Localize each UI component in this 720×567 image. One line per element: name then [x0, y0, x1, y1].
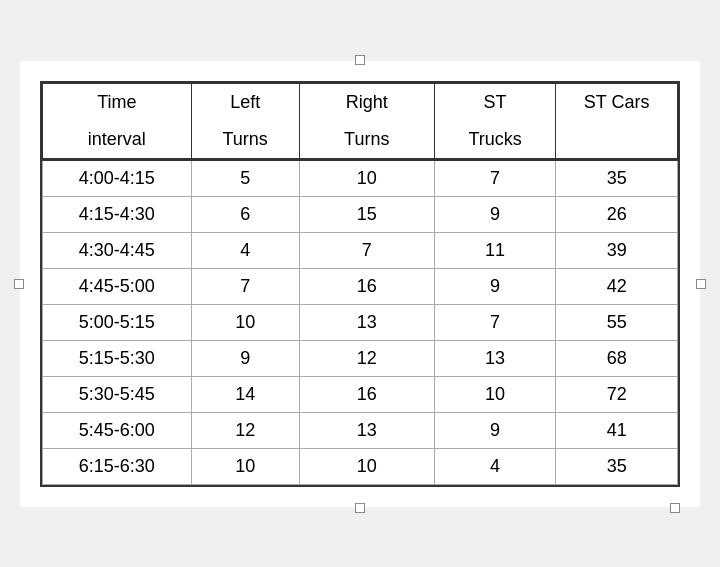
- resize-handle-left[interactable]: [14, 279, 24, 289]
- header-st-cars-1: ST Cars: [556, 83, 678, 121]
- cell-st-cars: 41: [556, 412, 678, 448]
- cell-st-trucks: 9: [434, 268, 556, 304]
- cell-st-trucks: 13: [434, 340, 556, 376]
- table-row: 5:00-5:151013755: [43, 304, 678, 340]
- cell-right: 12: [299, 340, 434, 376]
- cell-st-cars: 35: [556, 448, 678, 484]
- header-time-1: Time: [43, 83, 192, 121]
- cell-left: 10: [191, 304, 299, 340]
- resize-handle-top[interactable]: [355, 55, 365, 65]
- cell-time: 4:15-4:30: [43, 196, 192, 232]
- cell-left: 5: [191, 159, 299, 196]
- page-wrapper: Time Left Right ST ST Cars interval Turn…: [20, 61, 700, 507]
- cell-st-cars: 72: [556, 376, 678, 412]
- cell-right: 10: [299, 159, 434, 196]
- header-left-1: Left: [191, 83, 299, 121]
- cell-st-trucks: 10: [434, 376, 556, 412]
- cell-right: 10: [299, 448, 434, 484]
- cell-right: 13: [299, 412, 434, 448]
- cell-st-trucks: 9: [434, 196, 556, 232]
- cell-right: 16: [299, 268, 434, 304]
- cell-st-trucks: 9: [434, 412, 556, 448]
- cell-time: 5:30-5:45: [43, 376, 192, 412]
- cell-time: 4:00-4:15: [43, 159, 192, 196]
- cell-st-cars: 55: [556, 304, 678, 340]
- table-body: 4:00-4:155107354:15-4:306159264:30-4:454…: [43, 159, 678, 484]
- table-row: 4:30-4:45471139: [43, 232, 678, 268]
- header-row-1: Time Left Right ST ST Cars: [43, 83, 678, 121]
- cell-right: 15: [299, 196, 434, 232]
- table-row: 4:45-5:00716942: [43, 268, 678, 304]
- table-row: 5:45-6:001213941: [43, 412, 678, 448]
- cell-time: 4:45-5:00: [43, 268, 192, 304]
- header-st-cars-2: [556, 121, 678, 160]
- cell-time: 4:30-4:45: [43, 232, 192, 268]
- cell-time: 6:15-6:30: [43, 448, 192, 484]
- cell-st-trucks: 4: [434, 448, 556, 484]
- header-st-trucks-1: ST: [434, 83, 556, 121]
- cell-st-cars: 39: [556, 232, 678, 268]
- resize-handle-bottom-right[interactable]: [670, 503, 680, 513]
- cell-left: 6: [191, 196, 299, 232]
- cell-st-trucks: 7: [434, 159, 556, 196]
- cell-st-cars: 26: [556, 196, 678, 232]
- cell-left: 4: [191, 232, 299, 268]
- cell-time: 5:15-5:30: [43, 340, 192, 376]
- resize-handle-bottom-left[interactable]: [355, 503, 365, 513]
- table-row: 4:15-4:30615926: [43, 196, 678, 232]
- cell-left: 12: [191, 412, 299, 448]
- cell-st-cars: 68: [556, 340, 678, 376]
- header-st-trucks-2: Trucks: [434, 121, 556, 160]
- data-table: Time Left Right ST ST Cars interval Turn…: [42, 83, 678, 485]
- header-right-1: Right: [299, 83, 434, 121]
- cell-left: 14: [191, 376, 299, 412]
- cell-right: 16: [299, 376, 434, 412]
- header-left-2: Turns: [191, 121, 299, 160]
- resize-handle-right[interactable]: [696, 279, 706, 289]
- header-right-2: Turns: [299, 121, 434, 160]
- cell-st-trucks: 11: [434, 232, 556, 268]
- cell-st-trucks: 7: [434, 304, 556, 340]
- cell-left: 7: [191, 268, 299, 304]
- table-row: 4:00-4:15510735: [43, 159, 678, 196]
- cell-time: 5:45-6:00: [43, 412, 192, 448]
- cell-left: 10: [191, 448, 299, 484]
- cell-right: 13: [299, 304, 434, 340]
- cell-st-cars: 42: [556, 268, 678, 304]
- cell-st-cars: 35: [556, 159, 678, 196]
- table-row: 5:30-5:4514161072: [43, 376, 678, 412]
- header-time-2: interval: [43, 121, 192, 160]
- header-row-2: interval Turns Turns Trucks: [43, 121, 678, 160]
- table-container: Time Left Right ST ST Cars interval Turn…: [40, 81, 680, 487]
- cell-left: 9: [191, 340, 299, 376]
- cell-right: 7: [299, 232, 434, 268]
- cell-time: 5:00-5:15: [43, 304, 192, 340]
- table-row: 6:15-6:301010435: [43, 448, 678, 484]
- table-row: 5:15-5:309121368: [43, 340, 678, 376]
